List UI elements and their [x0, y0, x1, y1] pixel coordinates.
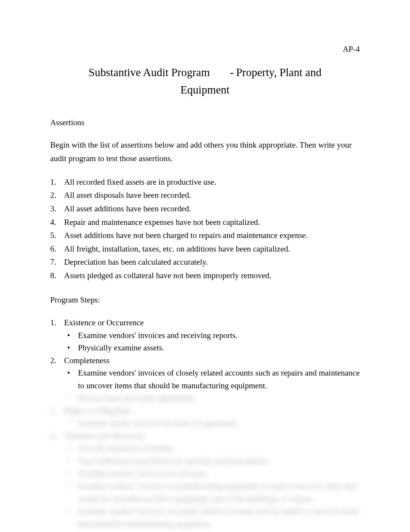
obscured-text: Review lease and rental agreements. [78, 392, 360, 405]
obscured-step-item: 4.Valuation and Allocation •Foot the acq… [50, 430, 360, 530]
assertion-text: Assets pledged as collateral have not be… [64, 269, 271, 282]
list-item: 4.Repair and maintenance expenses have n… [50, 216, 360, 229]
obscured-sub-item: •Examine vendors' invoices of closely re… [64, 505, 360, 530]
obscured-sub-item: •Examine vendors' invoices to manufactur… [64, 480, 360, 505]
obscured-sub-item: •Examine vendor invoices for terms of ag… [64, 417, 360, 430]
sub-list: •Examine vendors' invoices and receiving… [50, 329, 360, 354]
list-item: 8.Assets pledged as collateral have not … [50, 269, 360, 282]
sub-text: Examine vendors' invoices and receiving … [78, 329, 360, 342]
assertion-text: Asset additions have not been charged to… [64, 229, 308, 242]
obscured-step-item: 3.Rights or Obligation •Examine vendor i… [50, 405, 360, 430]
assertion-text: Depreciation has been calculated accurat… [64, 256, 208, 269]
list-item: 2.All asset disposals have been recorded… [50, 189, 360, 202]
page-label: AP-4 [343, 42, 360, 56]
sub-list: •Foot the acquisition schedule. •Trace i… [50, 442, 360, 530]
program-steps-heading: Program Steps: [50, 293, 360, 307]
list-item: 3.All asset additions have been recorded… [50, 202, 360, 215]
document-title: Substantive Audit Program -Property, Pla… [50, 64, 360, 99]
list-item: 7.Depreciation has been calculated accur… [50, 256, 360, 269]
list-item: 1.All recorded fixed assets are in produ… [50, 176, 360, 189]
sub-item: •Examine vendors' invoices and receiving… [64, 329, 360, 342]
program-steps-list: 1.Existence or Occurrence •Examine vendo… [50, 316, 360, 530]
title-right: Property, Plant and [236, 66, 321, 78]
sub-text: Examine vendors' invoices of closely rel… [78, 367, 360, 392]
sub-list: •Examine vendors' invoices of closely re… [50, 367, 360, 405]
obscured-text: Examine vendor invoices for terms of agr… [78, 417, 360, 430]
step-title: Existence or Occurrence [64, 316, 144, 329]
title-line2: Equipment [50, 81, 360, 99]
obscured-text: Trace individual acquisitions for amount… [78, 455, 360, 467]
assertion-text: All recorded fixed assets are in product… [64, 176, 216, 189]
list-item: 6.All freight, installation, taxes, etc.… [50, 243, 360, 255]
obscured-sub-item: •Foot the acquisition schedule. [64, 442, 360, 455]
obscured-sub-item: •Examine vendors' invoices for invoices. [64, 467, 360, 480]
sub-list: •Examine vendor invoices for terms of ag… [50, 417, 360, 430]
assertion-text: All asset additions have been recorded. [64, 202, 191, 215]
obscured-text: Examine vendors' invoices for invoices. [78, 467, 360, 480]
sub-item: •Examine vendors' invoices of closely re… [64, 367, 360, 392]
obscured-text: Examine vendors' invoices to manufacturi… [78, 480, 360, 505]
assertion-text: All asset disposals have been recorded. [64, 189, 191, 202]
obscured-step-title: Valuation and Allocation [64, 430, 145, 442]
title-separator: - [230, 64, 236, 81]
obscured-sub-item: •Trace individual acquisitions for amoun… [64, 455, 360, 467]
obscured-text: Examine vendors' invoices of closely rel… [78, 505, 360, 530]
obscured-text: Foot the acquisition schedule. [78, 442, 360, 455]
intro-paragraph: Begin with the list of assertions below … [50, 138, 360, 166]
step-item: 2.Completeness •Examine vendors' invoice… [50, 354, 360, 405]
assertion-text: Repair and maintenance expenses have not… [64, 216, 260, 229]
step-item: 1.Existence or Occurrence •Examine vendo… [50, 316, 360, 354]
obscured-sub-item: •Review lease and rental agreements. [64, 392, 360, 405]
list-item: 5.Asset additions have not been charged … [50, 229, 360, 242]
title-left: Substantive Audit Program [88, 64, 227, 81]
assertions-heading: Assertions [50, 116, 360, 130]
assertions-list: 1.All recorded fixed assets are in produ… [50, 176, 360, 282]
obscured-step-title: Rights or Obligation [64, 405, 131, 417]
step-title: Completeness [64, 354, 110, 367]
assertion-text: All freight, installation, taxes, etc. o… [64, 243, 290, 255]
sub-text: Physically examine assets. [78, 342, 360, 354]
sub-item: •Physically examine assets. [64, 342, 360, 354]
